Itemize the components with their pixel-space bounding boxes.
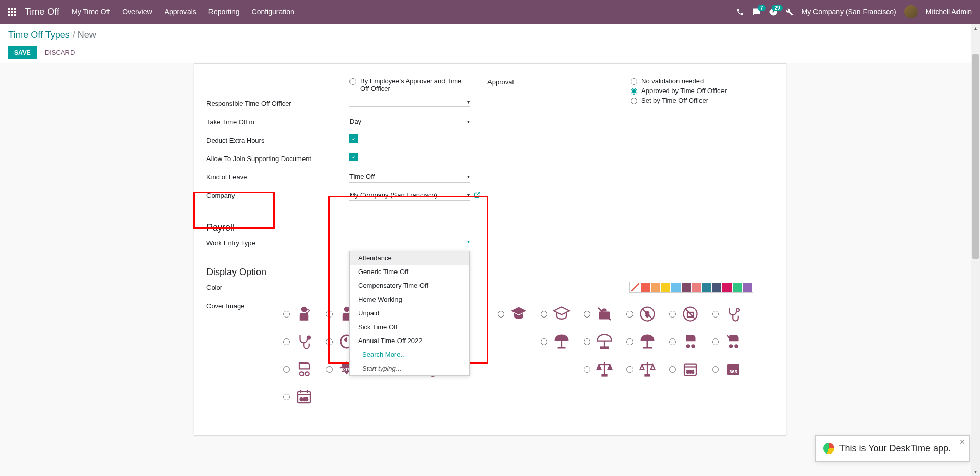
cover-opt[interactable]	[626, 355, 669, 383]
user-avatar[interactable]	[904, 5, 918, 18]
scroll-up-icon[interactable]: ▴	[971, 24, 980, 32]
umbrella-alt-icon	[594, 331, 615, 352]
save-button[interactable]: SAVE	[8, 46, 37, 59]
swatch-2[interactable]	[651, 283, 660, 292]
apps-icon[interactable]	[8, 8, 16, 16]
allow-doc-checkbox[interactable]: ✓	[349, 153, 358, 161]
dropdown-start-typing[interactable]: Start typing...	[350, 361, 469, 375]
nav-overview[interactable]: Overview	[122, 8, 152, 16]
approval-opt-0[interactable]: No validation needed	[631, 76, 774, 86]
dropdown-item-compensatory[interactable]: Compensatory Time Off	[350, 279, 469, 292]
toast-close-icon[interactable]: ✕	[959, 438, 965, 446]
dropdown-item-home[interactable]: Home Working	[350, 292, 469, 306]
nav-reporting[interactable]: Reporting	[208, 8, 240, 16]
dropdown-item-sick[interactable]: Sick Time Off	[350, 320, 469, 334]
cover-opt[interactable]	[283, 300, 326, 328]
approval-opt-2[interactable]: Set by Time Off Officer	[631, 96, 774, 105]
svg-rect-2	[14, 8, 16, 10]
approval-opt-1[interactable]: Approved by Time Off Officer	[631, 86, 774, 96]
approval-opt-label: Set by Time Off Officer	[641, 97, 708, 104]
responsible-select[interactable]: ▾	[349, 98, 470, 107]
discard-button[interactable]: DISCARD	[41, 46, 79, 59]
svg-line-9	[477, 192, 480, 195]
cover-opt[interactable]: 365	[283, 383, 326, 411]
cover-opt[interactable]: 365	[669, 355, 712, 383]
radio-by-employee-approver[interactable]: By Employee's Approver and Time Off Offi…	[349, 76, 462, 94]
scrollbar-thumb[interactable]	[972, 54, 979, 259]
user-name[interactable]: Mitchell Admin	[926, 8, 972, 16]
svg-rect-6	[8, 14, 10, 16]
kind-select[interactable]: Time Off▾	[349, 171, 470, 183]
cover-opt[interactable]	[669, 328, 712, 355]
cover-opt[interactable]	[626, 328, 669, 355]
nav-approvals[interactable]: Approvals	[165, 8, 196, 16]
cover-opt[interactable]	[584, 328, 626, 355]
cover-opt[interactable]: $	[626, 300, 669, 328]
scales-icon	[594, 359, 615, 379]
cover-opt[interactable]	[669, 300, 712, 328]
svg-point-34	[300, 372, 304, 376]
toast-text: This is Your DeskTime app.	[839, 443, 951, 454]
cover-opt[interactable]	[541, 328, 584, 355]
top-nav: Time Off My Time Off Overview Approvals …	[0, 0, 980, 24]
external-link-icon[interactable]	[474, 191, 481, 200]
swatch-6[interactable]	[692, 283, 701, 292]
cover-opt[interactable]	[541, 300, 584, 328]
svg-rect-28	[643, 347, 652, 349]
cover-opt[interactable]	[283, 355, 326, 383]
swatch-none[interactable]	[631, 283, 640, 292]
swatch-4[interactable]	[671, 283, 681, 292]
cover-opt[interactable]	[584, 300, 626, 328]
take-in-select[interactable]: Day▾	[349, 116, 470, 127]
stroller-outline-icon	[294, 359, 314, 379]
cover-opt[interactable]	[283, 328, 326, 355]
brand[interactable]: Time Off	[25, 7, 59, 17]
svg-rect-3	[8, 11, 10, 13]
svg-rect-0	[8, 8, 10, 10]
phone-icon[interactable]	[736, 8, 744, 16]
cover-opt[interactable]	[498, 300, 541, 328]
nav-my-time-off[interactable]: My Time Off	[72, 8, 110, 16]
company-select[interactable]: My Company (San Francisco)▾	[349, 190, 470, 201]
svg-rect-8	[14, 14, 16, 16]
swatch-7[interactable]	[702, 283, 711, 292]
swatch-1[interactable]	[641, 283, 650, 292]
dropdown-item-generic[interactable]: Generic Time Off	[350, 265, 469, 279]
nav-configuration[interactable]: Configuration	[252, 8, 294, 16]
radio-input[interactable]	[349, 78, 356, 85]
breadcrumb-parent[interactable]: Time Off Types	[8, 30, 70, 40]
dropdown-item-unpaid[interactable]: Unpaid	[350, 306, 469, 320]
svg-point-20	[736, 309, 739, 312]
swatch-9[interactable]	[722, 283, 732, 292]
cover-opt[interactable]: 365	[712, 355, 755, 383]
swatch-3[interactable]	[661, 283, 670, 292]
dropdown-item-attendance[interactable]: Attendance	[350, 251, 469, 265]
allow-doc-label: Allow To Join Supporting Document	[206, 153, 349, 163]
injury-icon	[294, 304, 314, 324]
work-entry-type-select[interactable]: ▾	[349, 237, 470, 246]
svg-line-33	[727, 335, 730, 338]
swatch-11[interactable]	[743, 283, 752, 292]
activities-icon[interactable]: 29	[769, 8, 778, 16]
scrollbar[interactable]: ▴ ▾	[971, 24, 980, 456]
display-header: Display Option	[206, 267, 774, 278]
svg-point-30	[691, 344, 695, 348]
debug-icon[interactable]	[786, 8, 794, 16]
dropdown-search-more[interactable]: Search More...	[350, 348, 469, 361]
swatch-10[interactable]	[733, 283, 742, 292]
approval-label: Approval	[487, 76, 631, 86]
swatch-8[interactable]	[712, 283, 721, 292]
messages-icon[interactable]: 7	[752, 8, 761, 16]
cover-opt[interactable]	[712, 328, 755, 355]
svg-line-19	[685, 309, 696, 320]
swatch-5[interactable]	[682, 283, 691, 292]
cover-opt[interactable]	[712, 300, 755, 328]
svg-rect-27	[647, 341, 648, 348]
svg-point-11	[344, 307, 350, 312]
deduct-checkbox[interactable]: ✓	[349, 134, 358, 143]
cover-opt[interactable]	[584, 355, 626, 383]
svg-rect-26	[601, 347, 609, 349]
company-switcher[interactable]: My Company (San Francisco)	[802, 8, 896, 16]
color-label: Color	[206, 282, 349, 291]
dropdown-item-annual[interactable]: Annual Time Off 2022	[350, 334, 469, 348]
